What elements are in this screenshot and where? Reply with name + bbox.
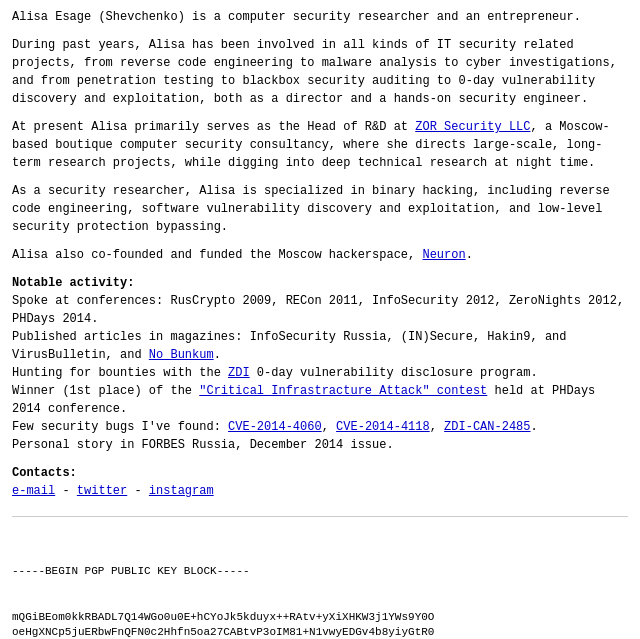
instagram-link[interactable]: instagram	[149, 484, 214, 498]
notable-line1: Spoke at conferences: RusCrypto 2009, RE…	[12, 294, 624, 326]
notable-line5-prefix: Few security bugs I've found:	[12, 420, 228, 434]
technical-text: technical	[358, 156, 423, 170]
contacts-links: e-mail - twitter - instagram	[12, 484, 214, 498]
notable-line5-suffix: .	[531, 420, 538, 434]
intro-para1: During past years, Alisa has been involv…	[12, 36, 628, 108]
notable-line3-prefix: Hunting for bounties with the	[12, 366, 228, 380]
intro-para4-suffix: .	[466, 248, 473, 262]
intro-para4: Alisa also co-founded and funded the Mos…	[12, 246, 628, 264]
notable-title: Notable activity:	[12, 276, 134, 290]
contacts-sep2: -	[127, 484, 149, 498]
email-link[interactable]: e-mail	[12, 484, 55, 498]
notable-line4: Winner (1st place) of the "Critical Infr…	[12, 384, 595, 416]
intro-para2: At present Alisa primarily serves as the…	[12, 118, 628, 172]
contacts-sep1: -	[55, 484, 77, 498]
twitter-link[interactable]: twitter	[77, 484, 127, 498]
zdi-link[interactable]: ZDI	[228, 366, 250, 380]
intro-para2-prefix: At present Alisa primarily serves as the…	[12, 120, 415, 134]
contacts-title: Contacts:	[12, 466, 77, 480]
notable-line5: Few security bugs I've found: CVE-2014-4…	[12, 420, 538, 434]
zor-security-link[interactable]: ZOR Security LLC	[415, 120, 530, 134]
notable-line2-prefix: Published articles in magazines: InfoSec…	[12, 330, 567, 362]
nobunkum-link[interactable]: No Bunkum	[149, 348, 214, 362]
pgp-body: mQGiBEom0kkRBADL7Q14WGo0u0E+hCYoJk5kduyx…	[12, 610, 628, 639]
section-divider	[12, 516, 628, 517]
intro-line1: Alisa Esage (Shevchenko) is a computer s…	[12, 8, 628, 26]
notable-line4-prefix: Winner (1st place) of the	[12, 384, 199, 398]
notable-section: Notable activity: Spoke at conferences: …	[12, 274, 628, 454]
intro-para4-prefix: Alisa also co-founded and funded the Mos…	[12, 248, 422, 262]
pgp-header: -----BEGIN PGP PUBLIC KEY BLOCK-----	[12, 564, 628, 579]
contest-link[interactable]: "Critical Infrastracture Attack" contest	[199, 384, 487, 398]
cve1-link[interactable]: CVE-2014-4060	[228, 420, 322, 434]
notable-line6: Personal story in FORBES Russia, Decembe…	[12, 438, 394, 452]
cve3-link[interactable]: ZDI-CAN-2485	[444, 420, 530, 434]
notable-line2-suffix: .	[214, 348, 221, 362]
notable-line2: Published articles in magazines: InfoSec…	[12, 330, 567, 362]
pgp-block: -----BEGIN PGP PUBLIC KEY BLOCK----- mQG…	[12, 533, 628, 639]
contacts-section: Contacts: e-mail - twitter - instagram	[12, 464, 628, 500]
cve2-link[interactable]: CVE-2014-4118	[336, 420, 430, 434]
notable-line3-suffix: 0-day vulnerability disclosure program.	[250, 366, 538, 380]
intro-para3: As a security researcher, Alisa is speci…	[12, 182, 628, 236]
neuron-link[interactable]: Neuron	[422, 248, 465, 262]
notable-line3: Hunting for bounties with the ZDI 0-day …	[12, 366, 538, 380]
